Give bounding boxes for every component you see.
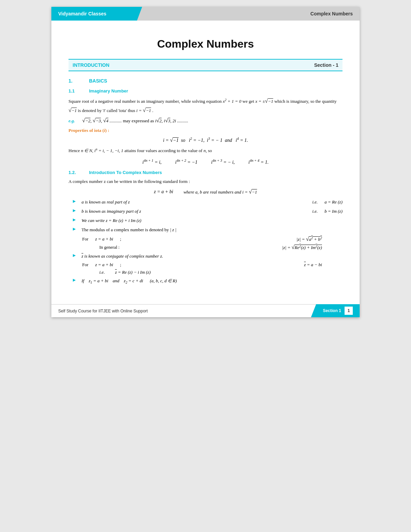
conj-semicolon: ; — [120, 262, 297, 268]
bullet-item-2: ► b is known as imaginary part of z i.e.… — [72, 208, 342, 215]
conj-ie-row: i.e. z = Re (z) − i Im (z) — [99, 270, 342, 275]
z-where-text: where a, b are real numbers and i = √−1 — [184, 189, 257, 195]
bullet-item-6: ► If z1 = a + bi and z2 = c + di (a, b, … — [72, 277, 342, 285]
footer-right: Section 1 1 — [316, 304, 360, 317]
heading-complex-text: Introduction To Complex Numbers — [89, 170, 162, 175]
heading-basics-text: BASICS — [89, 78, 107, 84]
heading-imaginary-text: Imaginary Number — [89, 88, 128, 94]
bullet-text-6: If z1 = a + bi and z2 = c + di (a, b, c,… — [82, 277, 342, 285]
power-4: i4n + 4 = 1. — [248, 159, 269, 165]
footer: Self Study Course for IITJEE with Online… — [51, 304, 360, 317]
bullet-arrow-5: ► — [72, 253, 78, 258]
footer-left: Self Study Course for IITJEE with Online… — [51, 304, 316, 317]
bullet-arrow-4: ► — [72, 226, 78, 232]
bullet-item-1: ► a is known as real part of z i.e. a = … — [72, 198, 342, 206]
bullet-item-3: ► We can write z = Re (z) + i Im (z) — [72, 217, 342, 224]
body-text-1: Square root of a negative real number is… — [68, 96, 342, 115]
page-title: Complex Numbers — [68, 27, 342, 59]
hence-text: Hence n ∈ N, in = i, − 1, −i, 1 attains … — [68, 147, 342, 154]
header: Vidyamandir Classes Complex Numbers — [51, 7, 360, 21]
modulus-semicolon: ; — [120, 236, 289, 242]
for-label: For — [82, 236, 88, 242]
power-1: i4n + 1 = i, — [142, 159, 162, 165]
heading-imaginary: 1.1 Imaginary Number — [68, 88, 342, 94]
z-equation: z = a + bi — [154, 189, 173, 195]
eg-line: e.g. √−2, √−3, √4 ........... may expres… — [68, 117, 342, 124]
footer-section-text: Section 1 — [323, 308, 341, 313]
heading-complex: 1.2. Introduction To Complex Numbers — [68, 170, 342, 175]
bullet-text-3: We can write z = Re (z) + i Im (z) — [82, 217, 342, 224]
conj-ie-label: i.e. — [99, 270, 105, 275]
bullet-item-4: ► The modulus of a complex number is den… — [72, 226, 342, 234]
power-3: i4n + 3 = − i, — [211, 159, 235, 165]
powers-row: i4n + 1 = i, i4n + 2 = −1 i4n + 3 = − i,… — [68, 159, 342, 165]
bullet-text-4: The modulus of a complex number is denot… — [82, 226, 342, 234]
bullet-text-2: b is known as imaginary part of z i.e. b… — [82, 208, 342, 215]
bullet-arrow-2: ► — [72, 208, 78, 213]
bullet-item-5: ► z is known as conjugate of complex num… — [72, 252, 342, 260]
iota-formula: i = √−1 so i2 = −1, i3 = − 1 and i4 = 1. — [68, 137, 342, 143]
bullet-text-5: z is known as conjugate of complex numbe… — [82, 252, 342, 260]
conj-result: z = a − bi — [304, 262, 322, 268]
bullet-arrow-1: ► — [72, 199, 78, 204]
conj-for-label: For — [82, 262, 88, 268]
conj-ie-eq: z = Re (z) − i Im (z) — [115, 270, 151, 275]
section-bar-number: Section - 1 — [314, 62, 338, 68]
heading-basics-num: 1. — [68, 78, 82, 84]
footer-page-num: 1 — [345, 307, 353, 315]
heading-imaginary-num: 1.1 — [68, 88, 82, 94]
header-topic: Complex Numbers — [137, 7, 360, 21]
general-label: In general : — [99, 245, 120, 250]
header-institution: Vidyamandir Classes — [51, 7, 137, 21]
heading-basics: 1. BASICS — [68, 78, 342, 84]
modulus-general-result: |z| = √Re2(z) + Im2(z) — [282, 244, 322, 250]
bullet-text-1: a is known as real part of z i.e. a = Re… — [82, 198, 342, 206]
conj-z-eq: z = a + bi — [95, 262, 113, 268]
modulus-z-eq: z = a + bi — [95, 236, 113, 242]
page: JEEMAIN.GURU Vidyamandir Classes Complex… — [51, 7, 360, 317]
modulus-for-row: For z = a + bi ; |z| = √a2 + b2 — [82, 236, 342, 242]
eg-text: √−2, √−3, √4 ........... may expressed a… — [82, 117, 188, 124]
z-formula-row: z = a + bi where a, b are real numbers a… — [68, 189, 342, 195]
modulus-general-row: In general : |z| = √Re2(z) + Im2(z) — [99, 244, 342, 250]
heading-complex-num: 1.2. — [68, 170, 82, 175]
bullet-arrow-3: ► — [72, 217, 78, 223]
eg-label: e.g. — [68, 118, 79, 124]
content-area: Complex Numbers INTRODUCTION Section - 1… — [51, 21, 360, 294]
bullet-list: ► a is known as real part of z i.e. a = … — [72, 198, 342, 285]
section-bar-title: INTRODUCTION — [73, 62, 314, 68]
bullet-arrow-6: ► — [72, 277, 78, 283]
modulus-result: |z| = √a2 + b2 — [297, 236, 322, 242]
conj-for-row: For z = a + bi ; z = a − bi — [82, 262, 342, 268]
power-2: i4n + 2 = −1 — [175, 159, 198, 165]
complex-intro: A complex number z can be written in the… — [68, 178, 342, 185]
section-bar: INTRODUCTION Section - 1 — [68, 59, 342, 71]
properties-heading: Properties of iota (i) : — [68, 128, 342, 133]
